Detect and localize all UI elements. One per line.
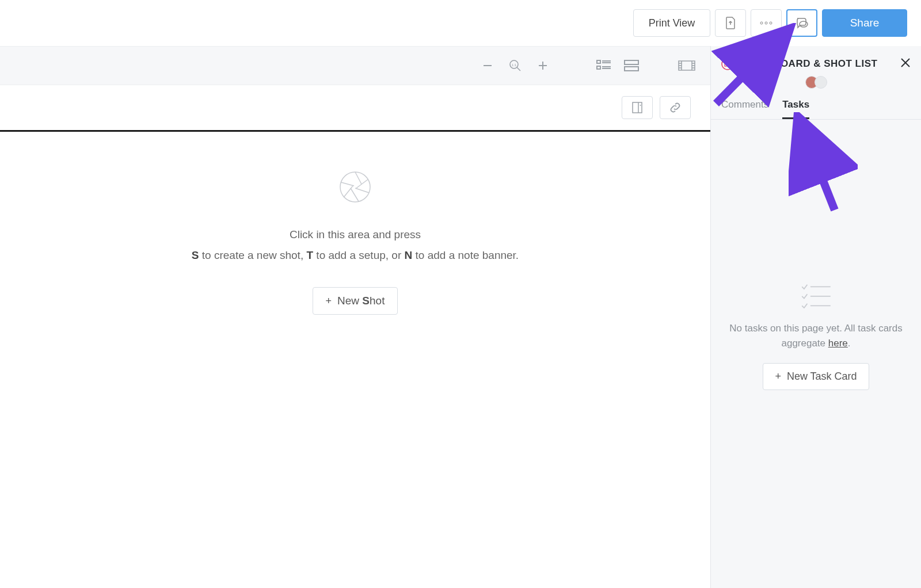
svg-rect-17 [625, 67, 638, 71]
panel-tabs: Comments Tasks [711, 93, 921, 120]
svg-point-0 [760, 22, 763, 24]
export-icon [725, 16, 736, 30]
new-task-card-button[interactable]: + New Task Card [763, 363, 869, 390]
close-panel-button[interactable] [900, 56, 911, 71]
minus-icon [482, 60, 493, 71]
panel-icon [631, 101, 643, 114]
svg-rect-10 [597, 60, 600, 63]
svg-rect-23 [662, 66, 665, 69]
svg-rect-20 [662, 60, 665, 63]
more-icon [760, 21, 772, 25]
main-pane: 1:1 [0, 46, 710, 588]
link-button[interactable] [660, 96, 691, 119]
key-s: S [192, 249, 199, 261]
aperture-icon [339, 171, 371, 203]
canvas-empty-area[interactable]: Click in this area and press S to create… [0, 130, 710, 588]
panel-title: STORYBOARD & SHOT LIST [721, 58, 877, 70]
tab-comments[interactable]: Comments [721, 93, 768, 119]
side-panel: STORYBOARD & SHOT LIST Comments Tasks No… [710, 46, 921, 588]
svg-point-3 [800, 21, 808, 27]
view-rows-button[interactable] [623, 57, 640, 74]
panel-header: STORYBOARD & SHOT LIST [711, 46, 921, 75]
tasks-empty-pre: No tasks on this page yet. All task card… [729, 323, 902, 349]
export-button[interactable] [715, 9, 746, 37]
link-icon [669, 101, 682, 114]
new-shot-label: New Shot [337, 295, 385, 307]
hint-text-line1: Click in this area and press [290, 228, 421, 241]
tasks-aggregate-link[interactable]: here [828, 338, 848, 349]
grid-view-icon [652, 59, 667, 72]
svg-rect-19 [657, 60, 660, 63]
plus-icon [538, 60, 548, 71]
magnifier-icon: 1:1 [509, 59, 522, 72]
svg-rect-38 [725, 62, 730, 66]
svg-point-36 [340, 172, 370, 202]
side-panel-button[interactable] [622, 96, 653, 119]
main-layout: 1:1 [0, 46, 921, 588]
zoom-in-button[interactable] [534, 57, 551, 74]
key-t: T [306, 249, 313, 261]
new-task-card-label: New Task Card [787, 371, 857, 383]
tasks-empty-state: No tasks on this page yet. All task card… [711, 120, 921, 588]
top-action-bar: Print View Share [0, 0, 921, 46]
hint-n-text: to add a note banner. [412, 249, 519, 261]
svg-rect-22 [657, 66, 660, 69]
close-icon [900, 58, 911, 68]
svg-rect-11 [597, 66, 600, 69]
share-button[interactable]: Share [822, 9, 907, 37]
chat-icon [795, 17, 809, 29]
tasks-empty-post: . [848, 338, 851, 349]
film-view-icon [678, 59, 695, 72]
svg-rect-33 [633, 102, 642, 113]
view-grid-button[interactable] [650, 57, 668, 74]
svg-text:1:1: 1:1 [512, 63, 517, 67]
more-button[interactable] [751, 9, 782, 37]
zoom-reset-button[interactable]: 1:1 [507, 57, 524, 74]
panel-title-text: STORYBOARD & SHOT LIST [739, 58, 877, 70]
plus-icon: + [326, 295, 332, 307]
tasks-empty-message: No tasks on this page yet. All task card… [725, 321, 907, 350]
print-view-button[interactable]: Print View [633, 9, 710, 37]
new-shot-button[interactable]: + New Shot [313, 287, 398, 315]
key-n: N [405, 249, 413, 261]
view-toolbar: 1:1 [0, 46, 710, 85]
svg-point-35 [640, 105, 641, 106]
avatar-stack[interactable] [711, 76, 921, 89]
tab-tasks[interactable]: Tasks [782, 93, 809, 119]
sub-toolbar [0, 85, 710, 130]
document-type-icon [721, 58, 734, 70]
svg-rect-18 [652, 60, 655, 63]
avatar-add[interactable] [815, 76, 827, 89]
svg-rect-21 [652, 66, 655, 69]
svg-line-6 [517, 67, 520, 71]
hint-s-text: to create a new shot, [199, 249, 307, 261]
view-film-button[interactable] [678, 57, 695, 74]
rows-view-icon [624, 59, 639, 72]
tasklist-icon [800, 283, 833, 308]
svg-point-2 [770, 22, 772, 24]
svg-point-1 [765, 22, 767, 24]
list-view-icon [596, 59, 611, 72]
plus-icon: + [775, 371, 781, 383]
svg-point-37 [722, 58, 733, 70]
hint-text-line2: S to create a new shot, T to add a setup… [192, 249, 519, 262]
zoom-out-button[interactable] [479, 57, 496, 74]
view-list-button[interactable] [595, 57, 612, 74]
comments-toggle-button[interactable] [786, 9, 817, 37]
svg-rect-16 [625, 60, 638, 64]
hint-t-text: to add a setup, or [313, 249, 404, 261]
